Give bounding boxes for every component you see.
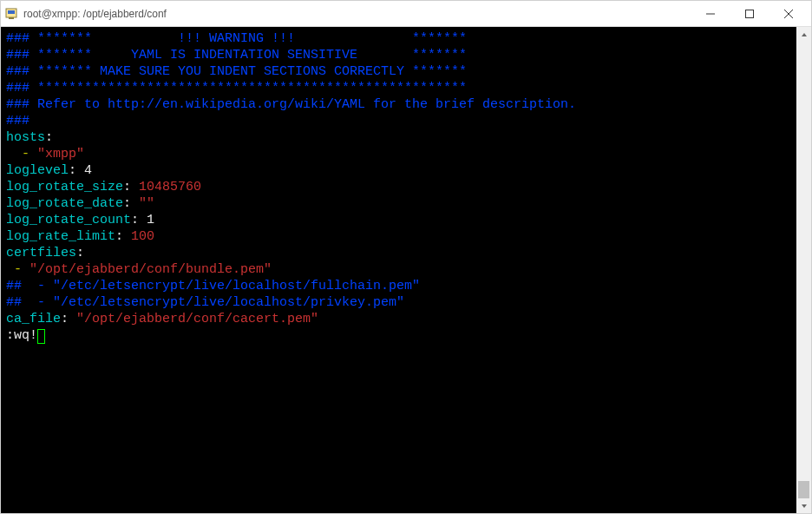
- terminal-text: log_rotate_count: [6, 213, 131, 227]
- putty-icon: [4, 7, 18, 21]
- terminal-line: hosts:: [6, 129, 791, 146]
- terminal-container: ### ******* !!! WARNING !!! *******### *…: [1, 27, 811, 513]
- scroll-down-arrow[interactable]: [796, 498, 811, 513]
- terminal-line: certfiles:: [6, 245, 791, 261]
- svg-rect-2: [9, 17, 14, 19]
- svg-marker-8: [802, 504, 807, 508]
- svg-rect-1: [8, 10, 15, 14]
- terminal-text: [6, 262, 14, 277]
- scrollbar[interactable]: [796, 27, 811, 513]
- terminal-line: log_rotate_date: "": [6, 195, 791, 212]
- svg-rect-4: [745, 10, 753, 17]
- terminal-text: [29, 147, 37, 161]
- terminal-text: log_rate_limit: [6, 229, 115, 244]
- terminal-line: - "/opt/ejabberd/conf/bundle.pem": [6, 261, 791, 278]
- terminal-text: "": [139, 196, 154, 211]
- terminal-text: [6, 147, 22, 161]
- terminal-line: log_rotate_count: 1: [6, 212, 791, 228]
- terminal-line: log_rate_limit: 100: [6, 228, 791, 245]
- terminal-line: ca_file: "/opt/ejabberd/conf/cacert.pem": [6, 311, 791, 327]
- terminal-text: certfiles: [6, 246, 76, 260]
- terminal-text: log_rotate_date: [6, 196, 123, 211]
- scroll-track[interactable]: [796, 42, 811, 498]
- terminal-text: :: [123, 180, 139, 194]
- terminal-text: [22, 262, 29, 277]
- terminal-text: ****************************************…: [37, 81, 467, 96]
- terminal-line: ### ******* MAKE SURE YOU INDENT SECTION…: [6, 63, 791, 80]
- app-window: root@xmpp: /opt/ejabberd/conf ### ******…: [0, 0, 812, 514]
- terminal-text: :: [123, 196, 139, 211]
- terminal-text: ## - "/etc/letsencrypt/live/localhost/fu…: [6, 279, 420, 293]
- terminal-text: : 1: [131, 213, 154, 227]
- terminal-text: ## - "/etc/letsencrypt/live/localhost/pr…: [6, 295, 404, 310]
- cursor: [37, 329, 45, 344]
- vim-command-line[interactable]: :wq!: [6, 327, 791, 344]
- terminal-text: [29, 48, 37, 63]
- minimize-button[interactable]: [691, 2, 730, 26]
- terminal-text: : 4: [69, 163, 92, 178]
- terminal-line: ## - "/etc/letsencrypt/live/localhost/pr…: [6, 294, 791, 311]
- scroll-up-arrow[interactable]: [796, 27, 811, 42]
- terminal-text: 100: [131, 229, 154, 244]
- terminal-text: "/opt/ejabberd/conf/bundle.pem": [29, 262, 272, 277]
- terminal-text: :: [61, 312, 76, 326]
- terminal-line: - "xmpp": [6, 146, 791, 162]
- terminal-text: :: [115, 229, 131, 244]
- terminal-text: 10485760: [139, 180, 201, 194]
- terminal-text: "/opt/ejabberd/conf/cacert.pem": [76, 312, 318, 326]
- terminal-line: log_rotate_size: 10485760: [6, 179, 791, 195]
- terminal-text: ******* !!! WARNING !!! *******: [37, 31, 467, 46]
- terminal-text: ******* YAML IS INDENTATION SENSITIVE **…: [37, 48, 467, 63]
- vim-command-text: :wq!: [6, 328, 37, 343]
- titlebar[interactable]: root@xmpp: /opt/ejabberd/conf: [1, 1, 811, 27]
- maximize-button[interactable]: [730, 2, 769, 26]
- terminal-line: ## - "/etc/letsencrypt/live/localhost/fu…: [6, 278, 791, 294]
- terminal-line: ### ************************************…: [6, 80, 791, 96]
- close-button[interactable]: [769, 2, 808, 26]
- scroll-thumb[interactable]: [798, 481, 809, 498]
- terminal-text: [29, 31, 37, 46]
- terminal-text: ###: [6, 81, 29, 96]
- terminal-text: [29, 81, 37, 96]
- svg-marker-7: [802, 33, 807, 36]
- terminal-text: hosts: [6, 130, 45, 145]
- terminal-text: :: [45, 130, 53, 145]
- terminal-text: ###: [6, 114, 29, 128]
- window-controls: [691, 2, 808, 26]
- terminal-text: ###: [6, 31, 29, 46]
- terminal-line: ###: [6, 113, 791, 129]
- terminal-text: ###: [6, 64, 29, 79]
- terminal-text: ### Refer to http://en.wikipedia.org/wik…: [6, 97, 576, 112]
- terminal-text: ******* MAKE SURE YOU INDENT SECTIONS CO…: [37, 64, 467, 79]
- terminal-text: loglevel: [6, 163, 69, 178]
- terminal-line: ### Refer to http://en.wikipedia.org/wik…: [6, 96, 791, 113]
- terminal-text: [29, 64, 37, 79]
- terminal-line: ### ******* !!! WARNING !!! *******: [6, 30, 791, 47]
- terminal-text: -: [14, 262, 22, 277]
- terminal-line: loglevel: 4: [6, 162, 791, 179]
- terminal-text: ###: [6, 48, 29, 63]
- terminal-text: log_rotate_size: [6, 180, 123, 194]
- terminal-text: ca_file: [6, 312, 61, 326]
- window-title: root@xmpp: /opt/ejabberd/conf: [23, 8, 691, 20]
- terminal-text: :: [76, 246, 84, 260]
- terminal-text: -: [22, 147, 29, 161]
- terminal[interactable]: ### ******* !!! WARNING !!! *******### *…: [1, 27, 796, 513]
- terminal-text: "xmpp": [37, 147, 84, 161]
- terminal-line: ### ******* YAML IS INDENTATION SENSITIV…: [6, 47, 791, 63]
